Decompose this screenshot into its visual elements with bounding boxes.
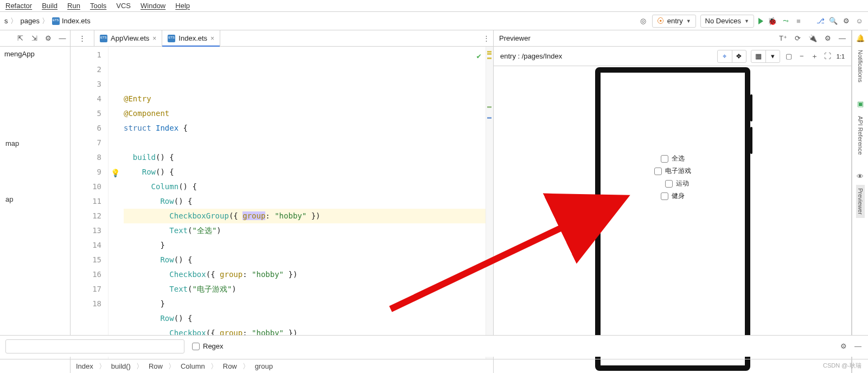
zoom-in-icon[interactable]: ＋ — [810, 52, 819, 61]
checkbox-label: 全选 — [672, 154, 685, 163]
search-icon[interactable]: 🔍 — [829, 17, 838, 25]
target-icon[interactable]: ◎ — [639, 17, 648, 25]
tab-label: Index.ets — [178, 34, 207, 42]
previewer-pane: Previewer T⁺ ⟳ 🔌 ⚙ — entry : /pages/Inde… — [494, 30, 852, 373]
close-icon[interactable]: × — [210, 35, 214, 42]
device-selector[interactable]: No Devices▼ — [700, 15, 754, 28]
previewer-entry-label: entry : /pages/Index — [500, 52, 562, 60]
regex-checkbox[interactable]: Regex — [192, 342, 224, 350]
checkbox-icon[interactable] — [665, 180, 673, 188]
rail-previewer[interactable]: Previewer — [856, 185, 865, 218]
editor-tabs: ⋮ AppView.ets × Index.ets × ⋮ — [71, 30, 493, 47]
code-area[interactable]: 123456789101112131415161718 💡 ✔ @Entry@C… — [71, 47, 493, 359]
zoom-out-icon[interactable]: − — [797, 52, 806, 61]
previewer-title: Previewer — [499, 34, 531, 42]
nav-row: s〉 pages〉 Index.ets ◎ 🞊entry▼ No Devices… — [0, 12, 868, 30]
status-bar: CSDN @-耿瑞 — [0, 359, 868, 373]
debug-button[interactable]: 🐞 — [768, 17, 777, 25]
menu-build[interactable]: Build — [42, 2, 58, 10]
avatar-icon[interactable]: ☺ — [855, 17, 864, 25]
project-pane: ⇱ ⇲ ⚙ — mengApp map ap — [0, 30, 71, 373]
editor: ⋮ AppView.ets × Index.ets × ⋮ 1234567891… — [71, 30, 494, 373]
git-branch-icon[interactable]: ⎇ — [816, 17, 825, 25]
layers-icon[interactable]: ❖ — [732, 50, 746, 62]
plug-icon[interactable]: 🔌 — [808, 34, 817, 42]
preview-checkbox-row[interactable]: 运动 — [665, 179, 689, 188]
tab-appview[interactable]: AppView.ets × — [94, 30, 162, 46]
ets-file-icon — [168, 35, 175, 42]
collapse-all-icon[interactable]: ⇲ — [30, 34, 39, 43]
regex-label: Regex — [203, 342, 224, 350]
run-button[interactable] — [758, 18, 763, 24]
tab-label: AppView.ets — [111, 34, 149, 42]
phone-frame: 全选电子游戏运动健身 — [595, 67, 750, 371]
coverage-button[interactable]: ⤳ — [781, 17, 790, 25]
rail-api-reference[interactable]: API Reference — [856, 113, 865, 158]
checkbox-icon[interactable] — [661, 192, 668, 200]
fit-icon[interactable]: ⛶ — [824, 52, 832, 61]
project-hide-icon[interactable]: — — [58, 34, 67, 43]
breadcrumb[interactable]: s〉 pages〉 Index.ets — [4, 16, 91, 26]
checkbox-icon[interactable] — [654, 168, 662, 175]
refresh-icon[interactable]: ⟳ — [795, 34, 801, 42]
gear-icon[interactable]: ⚙ — [842, 17, 851, 25]
previewer-gear-icon[interactable]: ⚙ — [825, 34, 831, 42]
project-node-ap[interactable]: ap — [0, 193, 70, 205]
stop-button[interactable]: ■ — [794, 17, 803, 25]
run-config-selector[interactable]: 🞊entry▼ — [652, 15, 696, 28]
preview-checkbox-row[interactable]: 电子游戏 — [654, 166, 691, 176]
expand-all-icon[interactable]: ⇱ — [16, 34, 24, 43]
checkbox-label: 电子游戏 — [665, 166, 691, 176]
menu-vcs[interactable]: VCS — [116, 2, 131, 10]
zoom-ratio[interactable]: 1:1 — [837, 53, 845, 60]
findbar-hide-icon[interactable]: — — [854, 342, 861, 350]
font-size-icon[interactable]: T⁺ — [779, 34, 787, 42]
rotate-icon[interactable]: ▢ — [784, 52, 793, 61]
error-stripe[interactable] — [486, 47, 493, 359]
ets-file-icon — [100, 35, 107, 42]
menu-help[interactable]: Help — [175, 2, 190, 10]
right-toolwindow-rail: 🔔 Notifications ▣ API Reference 👁 Previe… — [852, 30, 868, 373]
project-node-map[interactable]: map — [0, 137, 70, 150]
rail-notifications[interactable]: Notifications — [856, 47, 865, 86]
project-gear-icon[interactable]: ⚙ — [44, 34, 53, 43]
tabs-menu-icon[interactable]: ⋮ — [479, 30, 493, 46]
eye-icon[interactable]: 👁 — [856, 172, 865, 181]
menu-tools[interactable]: Tools — [90, 2, 106, 10]
project-root[interactable]: mengApp — [0, 47, 70, 61]
preview-checkbox-row[interactable]: 健身 — [661, 191, 685, 201]
inspect-icon[interactable]: ⌖ — [718, 50, 732, 62]
code-body[interactable]: ✔ @Entry@Componentstruct Index { build()… — [122, 47, 486, 359]
api-icon[interactable]: ▣ — [856, 100, 865, 108]
chevron-down-icon[interactable]: ▾ — [765, 50, 780, 62]
checkbox-label: 运动 — [676, 179, 689, 188]
inspection-ok-icon: ✔ — [477, 49, 481, 63]
ets-file-icon — [52, 17, 60, 25]
crumb-root[interactable]: s — [4, 17, 8, 25]
preview-checkbox-row[interactable]: 全选 — [661, 154, 685, 163]
menu-refactor[interactable]: Refactor — [5, 2, 32, 10]
find-input[interactable] — [5, 339, 184, 353]
device-canvas: 全选电子游戏运动健身 — [494, 66, 851, 373]
crumb-file[interactable]: Index.ets — [62, 17, 91, 25]
menu-run[interactable]: Run — [67, 2, 80, 10]
find-bar: Regex ⚙ — — [0, 335, 868, 357]
menu-window[interactable]: Window — [141, 2, 165, 10]
checkbox-label: 健身 — [672, 191, 685, 201]
menubar[interactable]: Refactor Build Run Tools VCS Window Help — [0, 0, 868, 12]
crumb-pages[interactable]: pages — [21, 17, 40, 25]
bell-icon[interactable]: 🔔 — [856, 34, 865, 42]
tabs-dropdown-icon[interactable]: ⋮ — [78, 34, 87, 43]
fold-column[interactable]: 💡 — [108, 47, 122, 359]
checkbox-icon[interactable] — [661, 155, 668, 163]
inspect-mode-group[interactable]: ⌖ ❖ — [717, 50, 746, 63]
intention-bulb-icon[interactable]: 💡 — [111, 166, 120, 181]
close-icon[interactable]: × — [152, 35, 156, 42]
previewer-hide-icon[interactable]: — — [839, 34, 846, 42]
grid-icon[interactable]: ▦ — [751, 50, 765, 62]
findbar-gear-icon[interactable]: ⚙ — [840, 342, 847, 350]
layout-group[interactable]: ▦ ▾ — [751, 50, 780, 63]
line-gutter: 123456789101112131415161718 — [71, 47, 108, 359]
checkbox-icon — [192, 343, 200, 350]
tab-index[interactable]: Index.ets × — [162, 30, 220, 46]
